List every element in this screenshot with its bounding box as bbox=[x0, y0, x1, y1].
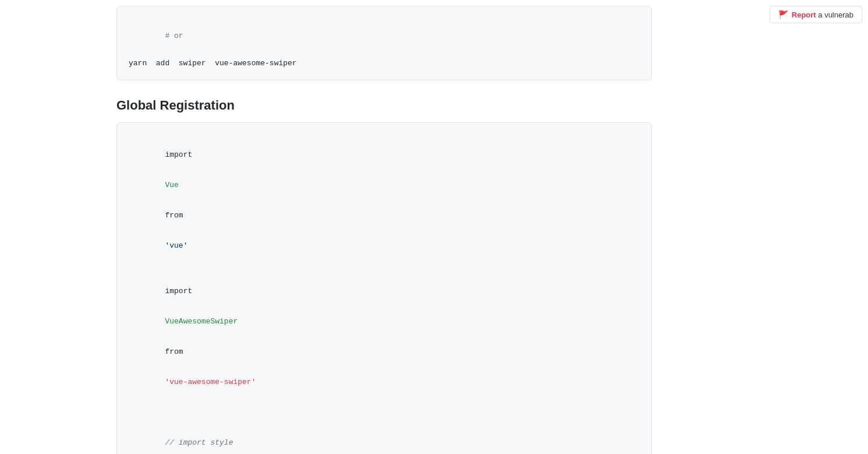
report-vulnerability-button[interactable]: 🚩 Report a vulnerab bbox=[770, 6, 862, 23]
comment-line: // import style bbox=[129, 420, 640, 454]
class-vue: Vue bbox=[165, 181, 178, 189]
string-vue: 'vue' bbox=[165, 241, 187, 250]
class-vue-awesome-swiper: VueAwesomeSwiper bbox=[165, 317, 238, 326]
code-line: yarn add swiper vue-awesome-swiper bbox=[129, 57, 640, 70]
global-registration-title: Global Registration bbox=[116, 98, 652, 113]
comment-import-style: // import style bbox=[165, 438, 233, 447]
blank-line bbox=[129, 405, 640, 420]
report-label: Report a vulnerab bbox=[792, 10, 853, 19]
code-line: import Vue from 'vue' bbox=[129, 132, 640, 269]
code-line: # or bbox=[129, 16, 640, 57]
keyword-from: from bbox=[165, 347, 183, 356]
page-container: 🚩 Report a vulnerab # or yarn add swiper… bbox=[0, 0, 868, 454]
flag-icon: 🚩 bbox=[778, 10, 788, 19]
keyword-import: import bbox=[165, 287, 192, 295]
global-registration-code-block: import Vue from 'vue' import VueAwesomeS… bbox=[116, 122, 652, 454]
keyword-from: from bbox=[165, 211, 183, 220]
main-content: # or yarn add swiper vue-awesome-swiper … bbox=[0, 0, 669, 454]
top-code-block: # or yarn add swiper vue-awesome-swiper bbox=[116, 6, 652, 80]
comment: # or bbox=[165, 31, 183, 40]
code-line: import VueAwesomeSwiper from 'vue-awesom… bbox=[129, 269, 640, 405]
keyword-import: import bbox=[165, 150, 192, 159]
string-vue-awesome-swiper: 'vue-awesome-swiper' bbox=[165, 378, 256, 386]
